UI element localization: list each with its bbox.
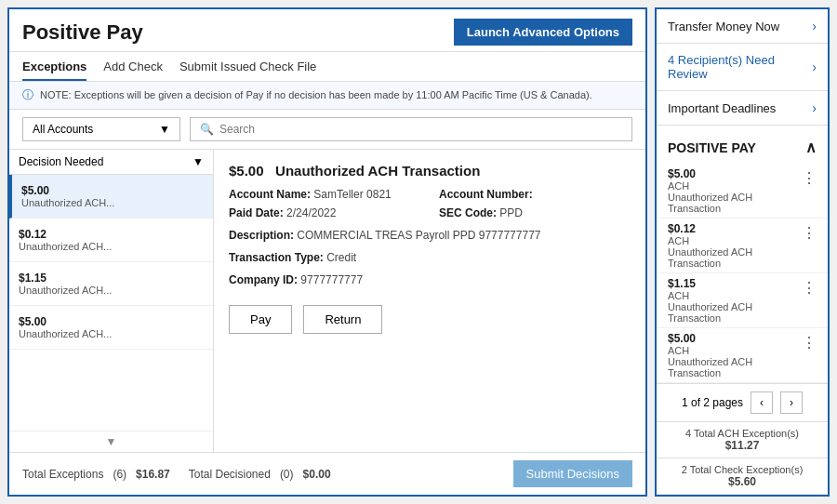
return-button[interactable]: Return [303, 305, 382, 334]
tabs-bar: Exceptions Add Check Submit Issued Check… [9, 52, 645, 82]
list-item-amount: $5.00 [19, 315, 112, 328]
pp-item-info: $5.00 ACH Unauthorized ACH Transaction [668, 167, 802, 214]
important-deadlines-label: Important Deadlines [668, 101, 776, 115]
company-id-label: Company ID: [229, 273, 298, 286]
total-decisioned-label: Total Decisioned (0) $0.00 [189, 468, 331, 481]
company-id-value: 9777777777 [300, 273, 363, 286]
more-options-icon[interactable]: ⋮ [802, 334, 817, 351]
chevron-right-icon: › [812, 100, 817, 115]
account-select-label: All Accounts [33, 123, 93, 136]
pp-item-desc: Unauthorized ACH Transaction [668, 246, 802, 269]
description-field: Description: COMMERCIAL TREAS Payroll PP… [229, 229, 631, 242]
transfer-money-item[interactable]: Transfer Money Now › [657, 9, 828, 44]
pp-item-desc: Unauthorized ACH Transaction [668, 356, 802, 378]
chevron-right-icon: › [812, 19, 817, 33]
pp-item-type: ACH [668, 235, 802, 246]
recipients-review-item[interactable]: 4 Recipient(s) Need Review › [657, 44, 828, 91]
list-item-desc: Unauthorized ACH... [21, 197, 114, 208]
pagination-text: 1 of 2 pages [682, 396, 743, 409]
account-select[interactable]: All Accounts ▼ [22, 117, 180, 141]
search-input[interactable] [219, 123, 622, 136]
left-panel: Positive Pay Launch Advanced Options Exc… [7, 7, 647, 497]
transaction-type-label: Transaction Type: [229, 251, 324, 264]
pp-item-type: ACH [668, 180, 802, 192]
pp-item-type: ACH [668, 290, 802, 301]
pp-item-desc: Unauthorized ACH Transaction [668, 192, 802, 214]
list-item[interactable]: $5.00 Unauthorized ACH... [9, 175, 213, 219]
pp-item-amount: $1.15 [668, 277, 802, 290]
more-options-icon[interactable]: ⋮ [802, 224, 817, 242]
prev-page-button[interactable]: ‹ [751, 391, 773, 414]
more-options-icon[interactable]: ⋮ [802, 169, 817, 187]
list-item-amount: $1.15 [19, 272, 112, 285]
chevron-down-icon: ▼ [159, 123, 170, 136]
chevron-down-icon: ▼ [193, 155, 204, 168]
list-item-amount: $5.00 [21, 184, 114, 197]
pp-item-amount: $5.00 [668, 167, 802, 180]
detail-title-text: Unauthorized ACH Transaction [275, 163, 480, 179]
pp-stats-ach: 4 Total ACH Exception(s) $11.27 [657, 421, 828, 458]
pay-button[interactable]: Pay [229, 305, 292, 334]
paid-date-value: 2/24/2022 [286, 206, 336, 219]
submit-decisions-button[interactable]: Submit Decisions [513, 460, 632, 487]
continue-to-positive-pay-link[interactable]: Continue to Positive Pay [657, 494, 828, 495]
company-id-field: Company ID: 9777777777 [229, 273, 631, 286]
description-label: Description: [229, 229, 294, 242]
note-bar: ⓘ NOTE: Exceptions will be given a decis… [9, 82, 645, 110]
positive-pay-section: POSITIVE PAY ∧ $5.00 ACH Unauthorized AC… [657, 126, 828, 495]
transaction-type: Transaction Type: Credit [229, 251, 420, 264]
pp-item-info: $1.15 ACH Unauthorized ACH Transaction [668, 277, 802, 324]
transaction-type-field: Transaction Type: Credit [229, 251, 631, 264]
positive-pay-section-header: POSITIVE PAY ∧ [657, 133, 828, 164]
paid-date-label: Paid Date: [229, 206, 284, 219]
description-value: COMMERCIAL TREAS Payroll PPD 9777777777 [297, 229, 540, 242]
account-name-value: SamTeller 0821 [313, 188, 391, 201]
search-icon: 🔍 [200, 123, 214, 136]
detail-title: $5.00 Unauthorized ACH Transaction [229, 163, 631, 179]
pp-item-desc: Unauthorized ACH Transaction [668, 301, 802, 324]
next-page-button[interactable]: › [780, 391, 803, 414]
total-check-label: 2 Total Check Exception(s) [668, 464, 817, 475]
detail-grid: Account Name: SamTeller 0821 Account Num… [229, 188, 631, 219]
scroll-down-icon: ▼ [106, 435, 117, 448]
detail-amount: $5.00 [229, 163, 264, 179]
sec-code-field: SEC Code: PPD [439, 206, 631, 219]
collapse-icon[interactable]: ∧ [805, 139, 817, 156]
account-number-label: Account Number: [439, 188, 533, 201]
important-deadlines-item[interactable]: Important Deadlines › [657, 91, 828, 126]
tab-add-check[interactable]: Add Check [103, 52, 163, 81]
info-icon: ⓘ [22, 88, 33, 101]
left-footer: Total Exceptions (6) $16.87 Total Decisi… [9, 452, 645, 495]
search-box[interactable]: 🔍 [190, 117, 632, 141]
total-exceptions-label: Total Exceptions (6) $16.87 [22, 468, 170, 481]
list-panel: Decision Needed ▼ $5.00 Unauthorized ACH… [9, 150, 214, 452]
pp-item-type: ACH [668, 345, 802, 356]
list-items: $5.00 Unauthorized ACH... $0.12 Unauthor… [9, 175, 213, 431]
list-item[interactable]: $0.12 Unauthorized ACH... [9, 219, 213, 262]
recipients-review-label: 4 Recipient(s) Need Review [668, 53, 812, 81]
list-item-amount: $0.12 [19, 228, 112, 241]
pp-item-info: $0.12 ACH Unauthorized ACH Transaction [668, 222, 802, 269]
chevron-right-icon: › [812, 60, 817, 74]
pp-item: $5.00 ACH Unauthorized ACH Transaction ⋮ [657, 328, 828, 383]
more-options-icon[interactable]: ⋮ [802, 279, 817, 297]
decision-filter-label: Decision Needed [19, 155, 103, 168]
tab-submit-check-file[interactable]: Submit Issued Check File [179, 52, 316, 81]
list-item[interactable]: $1.15 Unauthorized ACH... [9, 262, 213, 306]
list-item-desc: Unauthorized ACH... [19, 285, 112, 296]
total-check-amount: $5.60 [668, 475, 817, 488]
tab-exceptions[interactable]: Exceptions [22, 52, 86, 81]
list-item-desc: Unauthorized ACH... [19, 328, 112, 339]
list-item[interactable]: $5.00 Unauthorized ACH... [9, 306, 213, 350]
main-content: Decision Needed ▼ $5.00 Unauthorized ACH… [9, 150, 645, 452]
decision-filter[interactable]: Decision Needed ▼ [9, 150, 213, 175]
pp-item-amount: $0.12 [668, 222, 802, 235]
right-panel: Transfer Money Now › 4 Recipient(s) Need… [655, 7, 830, 497]
scroll-indicator: ▼ [9, 431, 213, 452]
sec-code-label: SEC Code: [439, 206, 497, 219]
positive-pay-section-title: POSITIVE PAY [668, 140, 756, 155]
launch-advanced-options-button[interactable]: Launch Advanced Options [454, 19, 632, 46]
total-ach-label: 4 Total ACH Exception(s) [668, 428, 817, 439]
note-text: NOTE: Exceptions will be given a decisio… [40, 89, 592, 100]
detail-panel: $5.00 Unauthorized ACH Transaction Accou… [214, 150, 645, 452]
